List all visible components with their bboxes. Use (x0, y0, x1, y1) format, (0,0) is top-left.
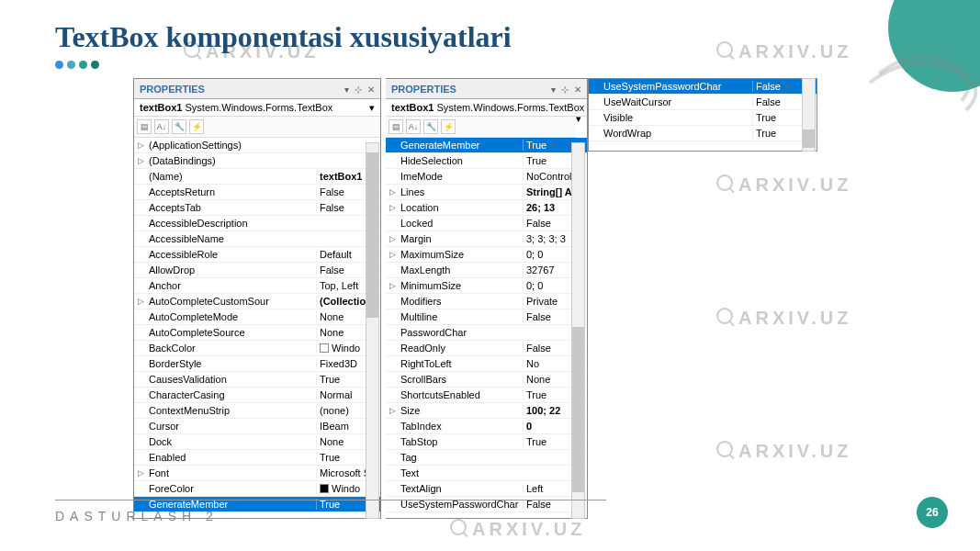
pin-icon[interactable]: ⊹ (355, 84, 362, 95)
dropdown-icon[interactable]: ▾ (551, 84, 556, 95)
property-name: Margin (399, 233, 523, 244)
property-row[interactable]: TextAlignLeft (386, 481, 587, 497)
property-row[interactable]: AnchorTop, Left (134, 278, 380, 294)
property-row[interactable]: UseWaitCursorFalse (589, 95, 817, 110)
property-name: RightToLeft (399, 358, 523, 369)
property-row[interactable]: ▷MaximumSize0; 0 (386, 247, 587, 263)
property-row[interactable]: HideSelectionTrue (386, 153, 587, 169)
expand-icon[interactable]: ▷ (386, 234, 399, 243)
property-row[interactable]: ReadOnlyFalse (386, 341, 587, 356)
property-row[interactable]: ImeModeNoControl (386, 169, 587, 185)
property-row[interactable]: AccessibleDescription (134, 216, 380, 231)
property-row[interactable]: BackColorWindo (134, 341, 380, 356)
scrollbar[interactable] (802, 78, 816, 152)
property-name: AcceptsTab (147, 202, 316, 213)
close-icon[interactable]: ✕ (574, 84, 581, 95)
property-row[interactable]: CharacterCasingNormal (134, 388, 380, 403)
expand-icon[interactable]: ▷ (386, 203, 399, 212)
property-row[interactable]: Text (386, 466, 587, 481)
property-row[interactable]: AutoCompleteModeNone (134, 309, 380, 325)
expand-icon[interactable]: ▷ (134, 156, 147, 165)
property-row[interactable]: ▷AutoCompleteCustomSour(Collection (134, 294, 380, 309)
property-name: Text (399, 467, 523, 478)
property-name: BorderStyle (147, 358, 316, 369)
dropdown-icon[interactable]: ▾ (781, 83, 794, 91)
events-icon[interactable]: ⚡ (189, 119, 204, 134)
property-name: UseSystemPasswordChar (602, 81, 752, 92)
expand-icon[interactable]: ▷ (134, 468, 147, 478)
dropdown-icon[interactable]: ▾ (546, 141, 559, 150)
property-name: (Name) (147, 171, 316, 182)
property-row[interactable]: ▷Location26; 13 (386, 200, 587, 216)
expand-icon[interactable]: ▷ (134, 297, 147, 306)
property-row[interactable]: DockNone (134, 434, 380, 450)
expand-icon[interactable]: ▷ (386, 187, 399, 197)
page-title: TextBox komponentasi xususiyatlari (55, 20, 512, 54)
property-name: Modifiers (399, 296, 523, 307)
property-row[interactable]: UseSystemPasswordCharFalse▾ (589, 79, 817, 95)
property-row[interactable]: VisibleTrue (589, 110, 817, 126)
property-name: ContextMenuStrip (147, 405, 316, 416)
property-row[interactable]: ▷Size100; 22 (386, 403, 587, 419)
dropdown-icon[interactable]: ▾ (344, 84, 349, 95)
property-row[interactable]: ShortcutsEnabledTrue (386, 388, 587, 403)
property-name: Multiline (399, 311, 523, 322)
categorized-icon[interactable]: ▤ (137, 119, 152, 134)
close-icon[interactable]: ✕ (367, 84, 375, 95)
property-row[interactable]: GenerateMemberTrue▾ (386, 138, 587, 153)
property-row[interactable]: PasswordChar (386, 325, 587, 341)
scrollbar[interactable] (366, 142, 379, 519)
property-row[interactable]: ▷(ApplicationSettings) (134, 138, 380, 153)
property-row[interactable]: WordWrapTrue (589, 126, 817, 141)
property-row[interactable]: ▷Margin3; 3; 3; 3 (386, 231, 587, 247)
property-row[interactable]: AcceptsReturnFalse (134, 185, 380, 200)
property-row[interactable]: ForeColorWindo (134, 481, 380, 497)
property-row[interactable]: EnabledTrue (134, 450, 380, 466)
pin-icon[interactable]: ⊹ (561, 84, 569, 95)
property-row[interactable]: ScrollBarsNone (386, 372, 587, 388)
property-row[interactable]: AutoCompleteSourceNone (134, 325, 380, 341)
property-row[interactable]: MaxLength32767 (386, 263, 587, 278)
object-selector[interactable]: textBox1 System.Windows.Forms.TextBox ▾ (134, 99, 380, 117)
watermark-text: ARXIV.UZ (716, 174, 852, 196)
watermark-text: ARXIV.UZ (716, 308, 852, 329)
property-name: CharacterCasing (147, 389, 316, 400)
property-row[interactable]: BorderStyleFixed3D (134, 356, 380, 372)
property-row[interactable]: ▷(DataBindings) (134, 153, 380, 169)
expand-icon[interactable]: ▷ (386, 406, 399, 415)
property-row[interactable]: AccessibleName (134, 231, 380, 247)
property-row[interactable]: LockedFalse (386, 216, 587, 231)
property-row[interactable]: RightToLeftNo (386, 356, 587, 372)
property-row[interactable]: CausesValidationTrue (134, 372, 380, 388)
scrollbar[interactable] (571, 142, 585, 519)
property-row[interactable]: ModifiersPrivate (386, 294, 587, 309)
property-row[interactable]: ContextMenuStrip(none) (134, 403, 380, 419)
property-name: AccessibleRole (147, 249, 316, 260)
property-row[interactable]: AllowDropFalse (134, 263, 380, 278)
property-name: ScrollBars (399, 374, 523, 385)
property-row[interactable]: MultilineFalse (386, 309, 587, 325)
expand-icon[interactable]: ▷ (386, 281, 399, 290)
color-swatch (320, 343, 329, 353)
property-row[interactable]: Tag (386, 450, 587, 466)
properties-icon[interactable]: 🔧 (172, 119, 186, 134)
property-row[interactable]: CursorIBeam (134, 419, 380, 434)
expand-icon[interactable]: ▷ (386, 250, 399, 259)
property-row[interactable]: ▷LinesString[] A (386, 185, 587, 200)
property-row[interactable]: TabIndex0 (386, 419, 587, 434)
properties-icon[interactable]: 🔧 (423, 119, 438, 134)
property-name: BackColor (147, 343, 316, 354)
expand-icon[interactable]: ▷ (134, 141, 147, 150)
property-row[interactable]: ▷MinimumSize0; 0 (386, 278, 587, 294)
events-icon[interactable]: ⚡ (441, 119, 456, 134)
property-row[interactable]: (Name)textBox1 (134, 169, 380, 185)
alphabetical-icon[interactable]: A↓ (406, 119, 421, 134)
property-name: Tag (399, 452, 523, 463)
categorized-icon[interactable]: ▤ (389, 119, 403, 134)
object-selector[interactable]: textBox1 System.Windows.Forms.TextBox ▾ (386, 99, 587, 117)
alphabetical-icon[interactable]: A↓ (154, 119, 169, 134)
property-row[interactable]: TabStopTrue (386, 434, 587, 450)
property-row[interactable]: ▷FontMicrosoft S (134, 466, 380, 481)
property-row[interactable]: AcceptsTabFalse (134, 200, 380, 216)
property-row[interactable]: AccessibleRoleDefault (134, 247, 380, 263)
